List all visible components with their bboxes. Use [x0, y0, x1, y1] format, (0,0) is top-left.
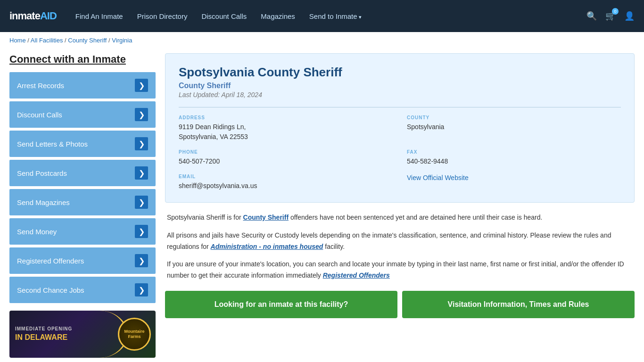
address-value: 9119 Dean Ridings Ln,Spotsylvania, VA 22…: [179, 122, 393, 142]
sidebar-label-discount-calls: Discount Calls: [17, 111, 62, 119]
arrow-icon-registered-offenders: ❯: [135, 254, 148, 267]
breadcrumb-home[interactable]: Home: [9, 37, 26, 44]
facility-info-grid: ADDRESS 9119 Dean Ridings Ln,Spotsylvani…: [179, 107, 621, 191]
address-label: ADDRESS: [179, 115, 393, 120]
sidebar-label-send-postcards: Send Postcards: [17, 169, 67, 177]
desc-para2-after: facility.: [323, 243, 345, 250]
sidebar-item-send-magazines[interactable]: Send Magazines ❯: [9, 189, 156, 215]
sidebar-label-arrest-records: Arrest Records: [17, 82, 64, 90]
nav-prison-directory[interactable]: Prison Directory: [137, 12, 188, 20]
ad-delaware-text: IN DELAWARE: [15, 332, 72, 343]
bottom-buttons: Looking for an inmate at this facility? …: [165, 291, 635, 318]
phone-label: PHONE: [179, 149, 393, 155]
desc-para1-before: Spotsylvania Sheriff is for: [167, 214, 243, 221]
description-para3: If you are unsure of your inmate's locat…: [167, 259, 633, 281]
arrow-icon-discount-calls: ❯: [135, 108, 148, 121]
arrow-icon-send-money: ❯: [135, 225, 148, 238]
site-header: inmateAID Find An Inmate Prison Director…: [0, 0, 644, 32]
sidebar-item-second-chance-jobs[interactable]: Second Chance Jobs ❯: [9, 277, 156, 303]
sidebar-label-send-magazines: Send Magazines: [17, 198, 70, 206]
ad-logo: MountaireFarms: [118, 318, 151, 351]
logo-text: inmateAID: [9, 10, 57, 22]
ad-logo-circle: MountaireFarms: [118, 318, 151, 351]
sidebar-label-second-chance-jobs: Second Chance Jobs: [17, 286, 84, 294]
header-icons: 🔍 🛒 0 👤: [586, 11, 635, 21]
breadcrumb: Home / All Facilities / County Sheriff /…: [0, 32, 644, 49]
sidebar-label-send-money: Send Money: [17, 228, 57, 236]
sidebar-item-send-letters[interactable]: Send Letters & Photos ❯: [9, 131, 156, 157]
county-block: COUNTY Spotsylvania: [407, 115, 621, 142]
find-inmate-button[interactable]: Looking for an inmate at this facility?: [165, 291, 397, 318]
cart-badge: 0: [612, 8, 619, 15]
ad-text: IMMEDIATE OPENING IN DELAWARE: [15, 326, 72, 343]
ad-opening-text: IMMEDIATE OPENING: [15, 326, 72, 332]
nav-find-inmate[interactable]: Find An Inmate: [75, 12, 123, 20]
arrow-icon-second-chance-jobs: ❯: [135, 283, 148, 296]
sidebar-label-registered-offenders: Registered Offenders: [17, 257, 84, 265]
email-label: EMAIL: [179, 174, 393, 179]
desc-para3-text: If you are unsure of your inmate's locat…: [167, 260, 624, 279]
facility-card: Spotsylvania County Sheriff County Sheri…: [165, 53, 635, 203]
fax-label: FAX: [407, 149, 621, 155]
description-para2: All prisons and jails have Security or C…: [167, 230, 633, 253]
visitation-info-button[interactable]: Visitation Information, Times and Rules: [402, 291, 635, 318]
arrow-icon-send-postcards: ❯: [135, 166, 148, 180]
search-icon[interactable]: 🔍: [586, 11, 597, 21]
facility-name: Spotsylvania County Sheriff: [179, 65, 621, 80]
sidebar: Connect with an Inmate Arrest Records ❯ …: [9, 53, 156, 358]
sidebar-item-registered-offenders[interactable]: Registered Offenders ❯: [9, 247, 156, 274]
sidebar-advertisement[interactable]: IMMEDIATE OPENING IN DELAWARE MountaireF…: [9, 311, 156, 358]
email-value: sheriff@spotsylvania.va.us: [179, 181, 393, 191]
address-block: ADDRESS 9119 Dean Ridings Ln,Spotsylvani…: [179, 115, 393, 142]
county-sheriff-link[interactable]: County Sheriff: [243, 214, 289, 221]
arrow-icon-arrest-records: ❯: [135, 79, 148, 92]
phone-value: 540-507-7200: [179, 156, 393, 166]
registered-offenders-link[interactable]: Registered Offenders: [323, 272, 390, 279]
logo[interactable]: inmateAID: [9, 10, 57, 22]
fax-block: FAX 540-582-9448: [407, 149, 621, 166]
facility-content: Spotsylvania County Sheriff County Sheri…: [165, 53, 635, 358]
arrow-icon-send-letters: ❯: [135, 137, 148, 150]
breadcrumb-county-sheriff[interactable]: County Sheriff: [68, 37, 107, 44]
breadcrumb-virginia[interactable]: Virginia: [112, 37, 132, 44]
nav-send-to-inmate[interactable]: Send to Inmate: [309, 12, 362, 20]
description-para1: Spotsylvania Sheriff is for County Sheri…: [167, 212, 633, 223]
breadcrumb-all-facilities[interactable]: All Facilities: [31, 37, 63, 44]
main-nav: Find An Inmate Prison Directory Discount…: [75, 12, 568, 20]
facility-type: County Sheriff: [179, 82, 621, 90]
county-value: Spotsylvania: [407, 122, 621, 132]
view-official-website-link[interactable]: View Official Website: [407, 174, 469, 181]
phone-block: PHONE 540-507-7200: [179, 149, 393, 166]
administration-link[interactable]: Administration - no inmates housed: [211, 243, 323, 250]
sidebar-title: Connect with an Inmate: [9, 53, 156, 66]
cart-icon[interactable]: 🛒 0: [605, 11, 616, 21]
desc-para1-after: offenders have not been sentenced yet an…: [289, 214, 542, 221]
ad-logo-text: MountaireFarms: [124, 329, 144, 339]
sidebar-label-send-letters: Send Letters & Photos: [17, 140, 88, 148]
sidebar-item-send-postcards[interactable]: Send Postcards ❯: [9, 160, 156, 186]
facility-description: Spotsylvania Sheriff is for County Sheri…: [165, 212, 635, 281]
email-block: EMAIL sheriff@spotsylvania.va.us: [179, 174, 393, 191]
facility-last-updated: Last Updated: April 18, 2024: [179, 91, 621, 99]
user-icon[interactable]: 👤: [624, 11, 635, 21]
nav-magazines[interactable]: Magazines: [261, 12, 295, 20]
county-label: COUNTY: [407, 115, 621, 120]
nav-discount-calls[interactable]: Discount Calls: [201, 12, 247, 20]
website-block: View Official Website: [407, 174, 621, 191]
sidebar-item-discount-calls[interactable]: Discount Calls ❯: [9, 101, 156, 128]
sidebar-item-send-money[interactable]: Send Money ❯: [9, 218, 156, 245]
main-content: Connect with an Inmate Arrest Records ❯ …: [0, 49, 644, 362]
sidebar-item-arrest-records[interactable]: Arrest Records ❯: [9, 72, 156, 99]
fax-value: 540-582-9448: [407, 156, 621, 166]
arrow-icon-send-magazines: ❯: [135, 196, 148, 209]
